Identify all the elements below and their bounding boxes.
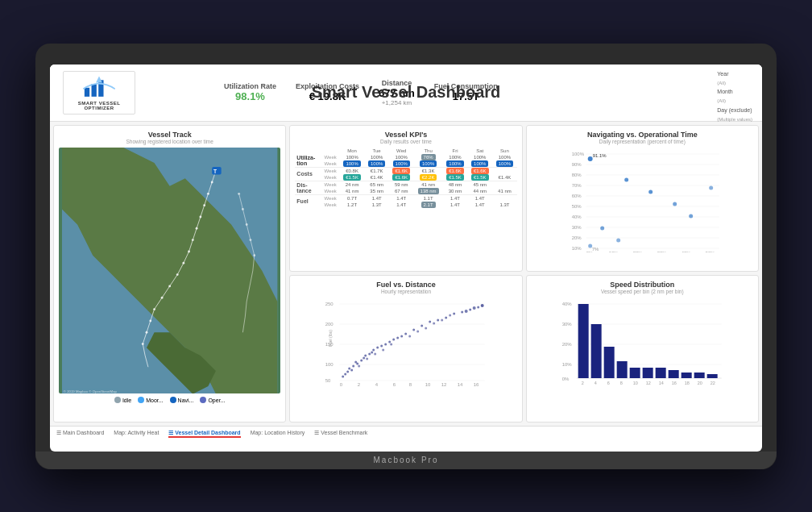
svg-text:50%: 50% bbox=[571, 204, 582, 209]
svg-text:4: 4 bbox=[375, 382, 379, 386]
header: SMART VESSEL OPTIMIZER Smart Vessel Dash… bbox=[50, 65, 762, 122]
svg-point-98 bbox=[368, 353, 371, 356]
svg-text:50: 50 bbox=[325, 378, 331, 383]
svg-text:6: 6 bbox=[607, 381, 609, 385]
svg-point-112 bbox=[437, 319, 439, 322]
svg-point-97 bbox=[364, 355, 367, 357]
svg-point-110 bbox=[420, 325, 423, 327]
svg-rect-143 bbox=[590, 324, 601, 378]
legend-operational: Oper... bbox=[200, 397, 225, 403]
svg-text:16: 16 bbox=[474, 382, 479, 386]
utilization-value: 98.1% bbox=[224, 90, 276, 102]
svg-point-52 bbox=[168, 285, 171, 287]
idle-dot bbox=[114, 397, 121, 403]
laptop-frame: SMART VESSEL OPTIMIZER Smart Vessel Dash… bbox=[35, 44, 777, 469]
map-legend: Idle Moor... Navi... Oper... bbox=[59, 393, 280, 406]
svg-point-37 bbox=[616, 238, 620, 242]
svg-text:100%: 100% bbox=[571, 152, 584, 156]
tab-main-dashboard[interactable]: ☰ Main Dashboard bbox=[56, 430, 104, 438]
svg-rect-0 bbox=[85, 87, 89, 96]
svg-rect-146 bbox=[629, 368, 640, 378]
svg-text:20%: 20% bbox=[632, 251, 643, 252]
svg-point-128 bbox=[449, 314, 451, 317]
navigating-dot bbox=[170, 397, 176, 403]
svg-point-122 bbox=[390, 343, 392, 346]
svg-text:12: 12 bbox=[645, 381, 650, 385]
svg-text:60%: 60% bbox=[571, 194, 582, 198]
svg-point-109 bbox=[412, 329, 415, 331]
svg-text:20: 20 bbox=[697, 381, 702, 385]
svg-rect-152 bbox=[706, 374, 717, 378]
svg-point-131 bbox=[481, 304, 484, 307]
map-bg: T © 2019 Mapbox © OpenStreetMap bbox=[59, 148, 280, 394]
svg-text:2: 2 bbox=[358, 382, 361, 386]
legend-mooring: Moor... bbox=[138, 397, 163, 403]
svg-point-40 bbox=[709, 185, 713, 189]
svg-point-117 bbox=[477, 306, 479, 309]
svg-point-48 bbox=[192, 239, 194, 241]
svg-text:0: 0 bbox=[340, 382, 343, 386]
svg-point-116 bbox=[469, 309, 471, 311]
tab-location-history[interactable]: Map: Location History bbox=[251, 430, 305, 438]
svg-text:250: 250 bbox=[325, 302, 334, 306]
svg-point-121 bbox=[382, 349, 384, 352]
tab-activity-heat[interactable]: Map: Activity Heat bbox=[114, 430, 159, 438]
nav-chart-svg: 100% 90% 80% 70% 60% 50% 40% 30% 20% 10% bbox=[532, 148, 753, 252]
speed-distribution-panel: Speed Distribution Vessel speed per bin … bbox=[526, 275, 759, 423]
svg-text:16: 16 bbox=[671, 381, 676, 385]
svg-text:7%: 7% bbox=[591, 247, 599, 252]
svg-text:8: 8 bbox=[619, 381, 622, 385]
svg-text:8: 8 bbox=[409, 382, 412, 386]
svg-text:4: 4 bbox=[594, 381, 596, 385]
svg-point-61 bbox=[250, 239, 252, 241]
svg-point-124 bbox=[416, 331, 419, 333]
logo: SMART VESSEL OPTIMIZER bbox=[63, 71, 135, 114]
svg-point-51 bbox=[176, 273, 179, 276]
svg-point-103 bbox=[384, 343, 387, 346]
svg-point-58 bbox=[238, 192, 240, 194]
map-svg: T © 2019 Mapbox © OpenStreetMap bbox=[59, 148, 280, 394]
svg-text:0%: 0% bbox=[561, 377, 569, 381]
svg-text:10: 10 bbox=[632, 381, 637, 385]
vessel-kpis-panel: Vessel KPI's Daily results over time Mon… bbox=[289, 125, 522, 273]
svg-point-101 bbox=[376, 347, 379, 349]
svg-point-53 bbox=[161, 296, 164, 298]
svg-point-127 bbox=[441, 319, 443, 322]
svg-point-130 bbox=[473, 306, 476, 310]
dashboard: SMART VESSEL OPTIMIZER Smart Vessel Dash… bbox=[50, 65, 762, 442]
svg-text:40%: 40% bbox=[561, 302, 572, 306]
svg-text:90%: 90% bbox=[571, 162, 582, 167]
svg-point-36 bbox=[600, 226, 604, 230]
svg-point-123 bbox=[408, 335, 411, 338]
svg-text:T: T bbox=[213, 169, 217, 174]
svg-text:20%: 20% bbox=[571, 235, 582, 240]
svg-point-43 bbox=[211, 181, 213, 183]
svg-text:30%: 30% bbox=[571, 225, 582, 230]
svg-point-94 bbox=[356, 363, 358, 365]
svg-text:91.1%: 91.1% bbox=[592, 153, 607, 158]
svg-point-32 bbox=[624, 177, 628, 181]
svg-text:14: 14 bbox=[658, 381, 663, 385]
svg-rect-149 bbox=[668, 370, 678, 378]
svg-rect-142 bbox=[578, 304, 588, 378]
svg-point-91 bbox=[350, 369, 353, 372]
logo-icon bbox=[83, 75, 115, 99]
svg-rect-147 bbox=[642, 368, 652, 378]
svg-point-49 bbox=[188, 250, 190, 252]
svg-point-104 bbox=[388, 341, 391, 343]
svg-text:10: 10 bbox=[425, 382, 431, 386]
svg-point-119 bbox=[366, 358, 368, 360]
svg-point-100 bbox=[372, 349, 375, 352]
svg-point-44 bbox=[207, 192, 209, 194]
svg-rect-145 bbox=[616, 361, 627, 378]
table-row: Week 41 nm 35 nm 67 nm 138 nm 30 nm 44 n… bbox=[295, 188, 516, 195]
svg-point-87 bbox=[342, 376, 344, 378]
bottom-tabs: ☰ Main Dashboard Map: Activity Heat ☰ Ve… bbox=[50, 426, 762, 441]
svg-point-108 bbox=[404, 333, 407, 335]
svg-point-90 bbox=[348, 368, 350, 370]
tab-benchmark[interactable]: ☰ Vessel Benchmark bbox=[314, 430, 367, 438]
tab-vessel-detail[interactable]: ☰ Vessel Detail Dashboard bbox=[168, 430, 240, 438]
svg-text:200: 200 bbox=[325, 322, 334, 327]
svg-point-129 bbox=[465, 310, 468, 313]
svg-point-118 bbox=[358, 365, 360, 368]
